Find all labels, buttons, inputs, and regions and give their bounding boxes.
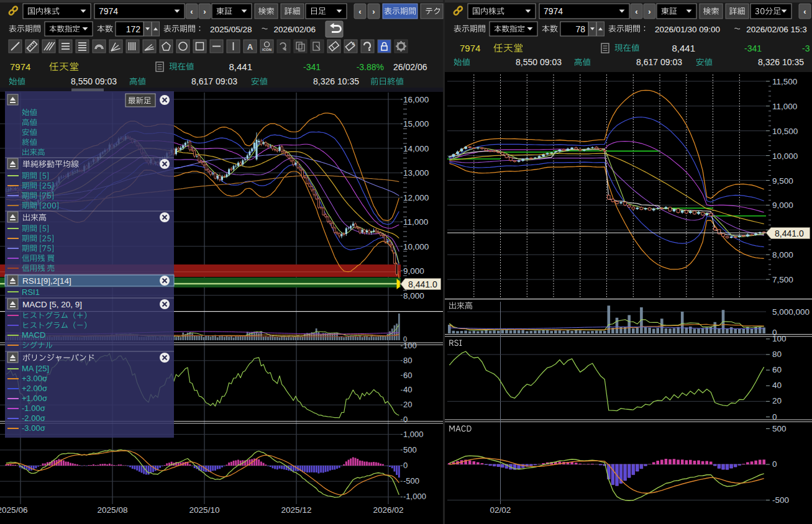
svg-text:8,000: 8,000 <box>403 291 424 300</box>
svg-text:8,441: 8,441 <box>672 43 695 53</box>
svg-text:20: 20 <box>772 396 782 405</box>
svg-text:40: 40 <box>403 385 412 394</box>
svg-text:60: 60 <box>403 371 412 380</box>
svg-text:A: A <box>352 41 355 47</box>
svg-text:8,326 10:35: 8,326 10:35 <box>758 57 804 67</box>
svg-text:172: 172 <box>126 24 141 34</box>
svg-text:8,617 09:03: 8,617 09:03 <box>636 57 682 67</box>
svg-text:ICON: ICON <box>262 48 271 52</box>
svg-text:0: 0 <box>772 459 777 469</box>
svg-text:-341: -341 <box>303 62 321 72</box>
svg-text:02/02: 02/02 <box>490 505 511 515</box>
svg-text:100: 100 <box>772 334 787 343</box>
svg-text:7974: 7974 <box>99 6 118 16</box>
svg-text:8,550 09:03: 8,550 09:03 <box>71 76 117 86</box>
svg-text:500: 500 <box>403 445 417 454</box>
svg-text:8,326 10:35: 8,326 10:35 <box>313 76 359 86</box>
svg-text:7974: 7974 <box>10 61 30 72</box>
svg-text:2025/12: 2025/12 <box>281 505 312 515</box>
svg-text:-1.00σ: -1.00σ <box>22 404 45 413</box>
svg-text:0: 0 <box>403 415 408 424</box>
svg-text:‹: ‹ <box>803 7 806 16</box>
svg-text:1,000: 1,000 <box>403 430 424 439</box>
svg-text:-3.00σ: -3.00σ <box>22 423 45 433</box>
svg-text:12,000: 12,000 <box>403 193 429 202</box>
svg-text:2025/05/28: 2025/05/28 <box>210 25 252 34</box>
svg-text:›: › <box>648 7 650 16</box>
svg-text:11,000: 11,000 <box>403 217 428 227</box>
svg-text:40: 40 <box>772 381 782 390</box>
svg-text:8,441.0: 8,441.0 <box>775 228 804 238</box>
svg-text:-1,000: -1,000 <box>403 492 426 501</box>
svg-text:7,500: 7,500 <box>772 275 793 284</box>
svg-text:10,000: 10,000 <box>403 242 429 251</box>
svg-text:11,500: 11,500 <box>772 77 797 86</box>
svg-text:13,000: 13,000 <box>403 168 429 178</box>
svg-text:2025/06: 2025/06 <box>0 505 27 515</box>
svg-text:‹: ‹ <box>635 7 637 16</box>
svg-text:9,000: 9,000 <box>772 201 793 210</box>
svg-text:7974: 7974 <box>460 43 480 53</box>
svg-text:+3.00σ: +3.00σ <box>22 374 47 383</box>
svg-text:8,441: 8,441 <box>229 61 252 72</box>
svg-text:7974: 7974 <box>544 6 563 16</box>
svg-text:500: 500 <box>772 424 787 433</box>
svg-text:5,000,000: 5,000,000 <box>772 307 810 317</box>
svg-text:15,000: 15,000 <box>403 119 429 129</box>
svg-text:-500: -500 <box>403 476 419 486</box>
svg-text:20: 20 <box>403 400 412 409</box>
svg-text:‹: ‹ <box>190 7 193 16</box>
svg-text:MACD: MACD <box>22 330 45 340</box>
svg-text:9,000: 9,000 <box>403 266 424 276</box>
svg-text:60: 60 <box>772 365 782 374</box>
svg-text:2025/08: 2025/08 <box>98 505 128 515</box>
svg-text:78: 78 <box>575 24 585 34</box>
svg-text:0: 0 <box>772 412 777 422</box>
svg-text:2026/01/30 09:00: 2026/01/30 09:00 <box>655 25 720 34</box>
svg-text:2026/02/06 15:3: 2026/02/06 15:3 <box>746 25 807 34</box>
svg-text:80: 80 <box>403 356 412 365</box>
svg-text:-2.00σ: -2.00σ <box>22 413 45 423</box>
svg-text:2025/10: 2025/10 <box>189 505 220 515</box>
svg-text:RSI1: RSI1 <box>22 287 40 297</box>
svg-text:+1.00σ: +1.00σ <box>22 394 47 403</box>
svg-text:MA [25]: MA [25] <box>22 364 49 373</box>
svg-text:›: › <box>203 7 206 16</box>
svg-text:80: 80 <box>772 350 782 359</box>
svg-text:26/02/06: 26/02/06 <box>393 62 427 72</box>
svg-text:MACD [5, 20, 9]: MACD [5, 20, 9] <box>22 300 82 309</box>
svg-text:A: A <box>247 42 253 52</box>
svg-text:8,617 09:03: 8,617 09:03 <box>191 76 237 86</box>
svg-text:-341: -341 <box>744 43 762 53</box>
svg-text:8,000: 8,000 <box>772 250 793 260</box>
svg-text:RSI1[9],2[14]: RSI1[9],2[14] <box>22 276 71 286</box>
svg-text:-500: -500 <box>772 495 789 505</box>
svg-text:100: 100 <box>403 341 417 350</box>
svg-text:‹: ‹ <box>358 7 361 16</box>
svg-text:0: 0 <box>403 461 408 470</box>
svg-text:+2.00σ: +2.00σ <box>22 384 47 393</box>
svg-text:11,000: 11,000 <box>772 102 797 111</box>
svg-text:16,000: 16,000 <box>403 95 429 104</box>
svg-text:2026/02/06: 2026/02/06 <box>274 25 316 34</box>
svg-text:14,000: 14,000 <box>403 144 429 153</box>
svg-text:10,500: 10,500 <box>772 127 798 136</box>
svg-text:10,000: 10,000 <box>772 151 798 161</box>
svg-text:8,550 09:03: 8,550 09:03 <box>516 57 562 67</box>
svg-text:2026/02: 2026/02 <box>373 505 404 515</box>
svg-text:9,500: 9,500 <box>772 176 793 186</box>
svg-text:›: › <box>372 7 375 16</box>
svg-text:-3: -3 <box>802 43 810 53</box>
svg-text:8,441.0: 8,441.0 <box>408 279 437 289</box>
svg-text:-3.88%: -3.88% <box>357 62 384 72</box>
